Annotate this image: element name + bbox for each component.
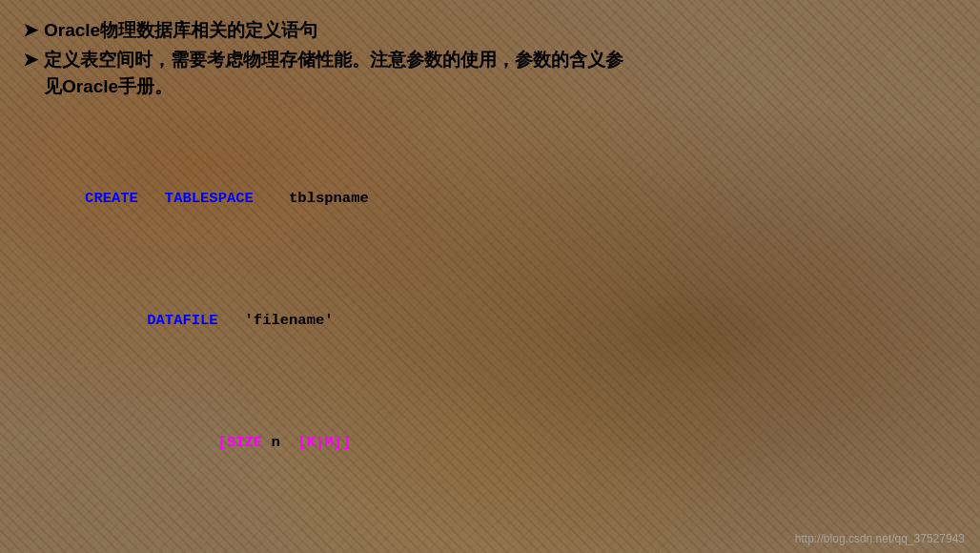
keyword-create: CREATE TABLESPACE bbox=[76, 190, 254, 207]
watermark: http://blog.csdn.net/qq_37527943 bbox=[795, 532, 965, 545]
header-line-2: ➤ 定义表空间时，需要考虑物理存储性能。注意参数的使用，参数的含义参 见Orac… bbox=[23, 47, 957, 101]
arrow-2: ➤ bbox=[23, 47, 38, 74]
keyword-datafile: DATAFILE bbox=[147, 312, 217, 329]
header-text-1: Oracle物理数据库相关的定义语句 bbox=[44, 17, 317, 45]
code-line-1: CREATE TABLESPACE tblspname bbox=[23, 163, 957, 236]
arrow-1: ➤ bbox=[23, 17, 38, 45]
header-section: ➤ Oracle物理数据库相关的定义语句 ➤ 定义表空间时，需要考虑物理存储性能… bbox=[23, 17, 957, 101]
code-line-2: DATAFILE 'filename' bbox=[23, 284, 957, 358]
keyword-size: [SIZE bbox=[218, 434, 263, 451]
header-line-1: ➤ Oracle物理数据库相关的定义语句 bbox=[23, 17, 957, 45]
code-block: CREATE TABLESPACE tblspname DATAFILE 'fi… bbox=[23, 114, 957, 554]
header-text-2: 定义表空间时，需要考虑物理存储性能。注意参数的使用，参数的含义参 见Oracle… bbox=[44, 47, 623, 101]
code-line-3: [SIZE n [K|M]] bbox=[23, 406, 957, 480]
